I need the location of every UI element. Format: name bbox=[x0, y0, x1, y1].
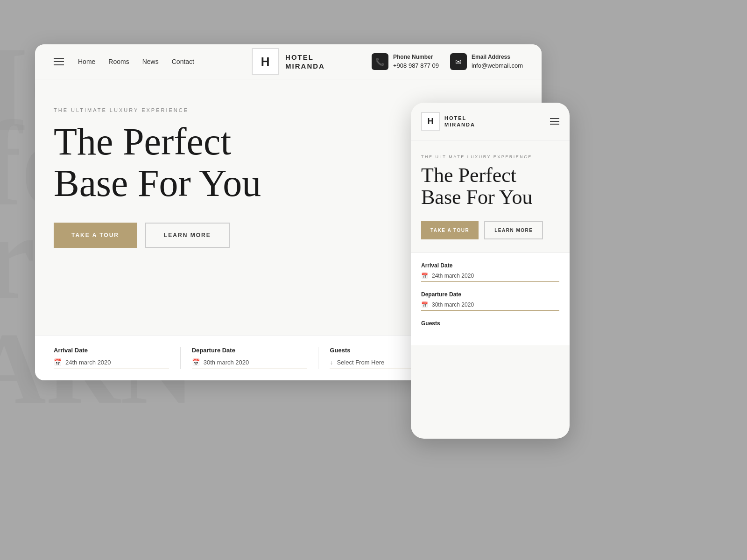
mobile-calendar-icon: 📅 bbox=[421, 273, 428, 279]
mobile-hero-subtitle: THE ULTIMATE LUXURY EXPERIENCE bbox=[421, 154, 559, 159]
mobile-hero-buttons: TAKE A TOUR LEARN MORE bbox=[421, 221, 559, 239]
nav-news[interactable]: News bbox=[142, 58, 159, 65]
mobile-mockup: H HOTEL MIRANDA THE ULTIMATE LUXURY EXPE… bbox=[411, 103, 570, 439]
arrival-field: Arrival Date 📅 24th march 2020 bbox=[54, 347, 181, 369]
arrival-label: Arrival Date bbox=[54, 347, 169, 354]
bg-letter-r: r bbox=[0, 196, 35, 317]
mobile-navbar: H HOTEL MIRANDA bbox=[411, 103, 570, 140]
mobile-departure-input[interactable]: 📅 30th march 2020 bbox=[421, 301, 559, 311]
calendar-icon: 📅 bbox=[54, 358, 62, 366]
logo-letter-box: H bbox=[252, 48, 279, 75]
desktop-logo: H HOTEL MIRANDA bbox=[252, 48, 325, 75]
mobile-departure-label: Departure Date bbox=[421, 291, 559, 298]
mobile-hero-title: The Perfect Base For You bbox=[421, 165, 559, 208]
nav-home[interactable]: Home bbox=[78, 58, 95, 65]
learn-more-button[interactable]: LEARN MORE bbox=[145, 223, 230, 248]
departure-label: Departure Date bbox=[192, 347, 307, 354]
mobile-take-tour-button[interactable]: TAKE A TOUR bbox=[421, 221, 479, 239]
departure-input[interactable]: 📅 30th march 2020 bbox=[192, 358, 307, 369]
mobile-arrival-input[interactable]: 📅 24th march 2020 bbox=[421, 273, 559, 282]
mobile-arrival-field: Arrival Date 📅 24th march 2020 bbox=[421, 262, 559, 282]
mobile-arrival-label: Arrival Date bbox=[421, 262, 559, 269]
mobile-hamburger-menu[interactable] bbox=[550, 118, 559, 125]
phone-details: Phone Number +908 987 877 09 bbox=[393, 53, 439, 70]
phone-contact: 📞 Phone Number +908 987 877 09 bbox=[372, 53, 439, 70]
arrival-input[interactable]: 📅 24th march 2020 bbox=[54, 358, 169, 369]
mobile-guests-label: Guests bbox=[421, 320, 559, 327]
nav-links: Home Rooms News Contact bbox=[78, 58, 194, 65]
desktop-navbar: Home Rooms News Contact H HOTEL MIRANDA … bbox=[35, 44, 542, 79]
nav-rooms[interactable]: Rooms bbox=[108, 58, 129, 65]
mobile-logo-text: HOTEL MIRANDA bbox=[444, 115, 475, 128]
email-details: Email Address info@webmail.com bbox=[472, 53, 523, 70]
mobile-guests-field: Guests bbox=[421, 320, 559, 327]
mobile-departure-field: Departure Date 📅 30th march 2020 bbox=[421, 291, 559, 311]
nav-contact-info: 📞 Phone Number +908 987 877 09 ✉ Email A… bbox=[372, 53, 523, 70]
take-tour-button[interactable]: TAKE A TOUR bbox=[54, 223, 137, 248]
chevron-down-icon: ↓ bbox=[330, 358, 333, 366]
email-icon: ✉ bbox=[450, 53, 467, 70]
mobile-hero: THE ULTIMATE LUXURY EXPERIENCE The Perfe… bbox=[411, 140, 570, 249]
mobile-calendar-icon-2: 📅 bbox=[421, 301, 428, 308]
departure-field: Departure Date 📅 30th march 2020 bbox=[192, 347, 319, 369]
mobile-logo: H HOTEL MIRANDA bbox=[421, 112, 475, 131]
email-contact: ✉ Email Address info@webmail.com bbox=[450, 53, 523, 70]
nav-contact[interactable]: Contact bbox=[172, 58, 194, 65]
mobile-booking: Arrival Date 📅 24th march 2020 Departure… bbox=[411, 252, 570, 345]
hamburger-menu[interactable] bbox=[54, 58, 64, 65]
mobile-logo-letter: H bbox=[421, 112, 440, 131]
logo-text: HOTEL MIRANDA bbox=[285, 53, 325, 71]
calendar-icon-2: 📅 bbox=[192, 358, 200, 366]
phone-icon: 📞 bbox=[372, 53, 388, 70]
mobile-learn-more-button[interactable]: LEARN MORE bbox=[484, 221, 543, 239]
